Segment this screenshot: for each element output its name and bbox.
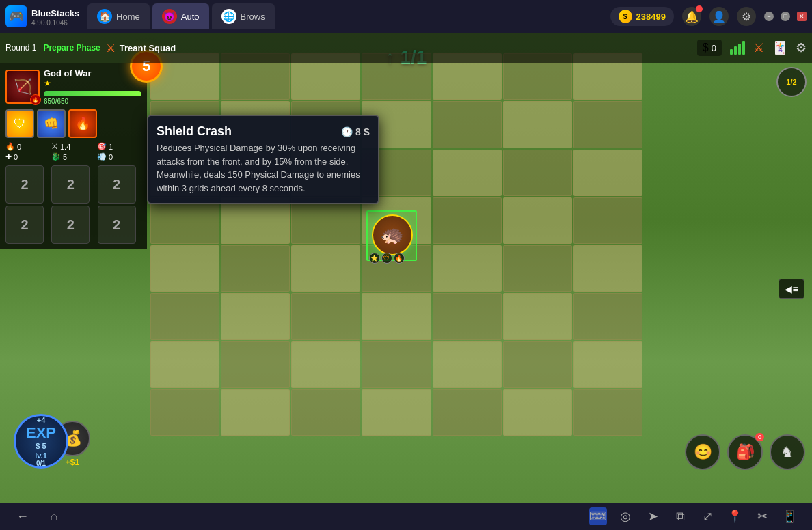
board-cell[interactable] <box>150 245 219 292</box>
board-cell[interactable] <box>573 341 642 388</box>
board-cell[interactable] <box>503 341 572 388</box>
heal-stat-val: 0 <box>14 153 18 161</box>
topbar: 🎮 BlueStacks 4.90.0.1046 🏠 Home 😈 Auto 🌐… <box>0 0 812 33</box>
multi-window-button[interactable]: ⧉ <box>671 507 689 525</box>
board-cell[interactable] <box>503 150 572 196</box>
fullscreen-button[interactable]: ⤢ <box>699 507 716 525</box>
stat-heal: ✚ 0 <box>5 152 50 161</box>
board-cell[interactable] <box>573 245 642 292</box>
board-cell[interactable] <box>433 341 502 388</box>
mobile-button[interactable]: 📱 <box>781 507 798 525</box>
exp-level: lv.1 <box>35 451 47 460</box>
tab-home[interactable]: 🏠 Home <box>87 3 150 29</box>
fire-stat-val: 0 <box>17 143 21 151</box>
board-cell[interactable] <box>291 245 360 292</box>
hp-fill <box>44 91 141 96</box>
collapse-button[interactable]: ◀≡ <box>779 279 804 299</box>
heal-stat-icon: ✚ <box>5 152 12 161</box>
tab-bar: 🏠 Home 😈 Auto 🌐 Brows <box>87 3 610 29</box>
board-cell[interactable] <box>433 101 502 148</box>
cursor-button[interactable]: ➤ <box>644 507 662 525</box>
exp-button[interactable]: +4 EXP $ 5 lv.1 0/1 <box>14 414 68 469</box>
equip-slot-5[interactable]: 2 <box>51 206 90 244</box>
equip-slot-6[interactable]: 2 <box>98 206 136 244</box>
phase-label: Prepare Phase <box>43 43 100 53</box>
equip-slot-1[interactable]: 2 <box>5 165 44 204</box>
equip-slot-4[interactable]: 2 <box>5 206 44 244</box>
board-character[interactable]: 🦔 ⭐ 🛡 🔥 <box>366 210 407 264</box>
attack-stat-icon: ⚔ <box>51 142 58 151</box>
home-button[interactable]: ⌂ <box>45 507 63 525</box>
board-cell[interactable] <box>433 197 502 244</box>
keyboard-button[interactable]: ⌨ <box>589 507 607 525</box>
browser-tab-icon: 🌐 <box>221 9 236 24</box>
close-button[interactable]: ✕ <box>797 12 807 21</box>
board-cell[interactable] <box>150 341 219 388</box>
board-cell[interactable] <box>291 389 360 436</box>
board-cell[interactable] <box>362 293 431 339</box>
exp-cost: $ 5 <box>36 442 46 450</box>
board-cell[interactable] <box>291 341 360 388</box>
dragon-stat-icon: 🐉 <box>51 152 61 161</box>
board-cell[interactable] <box>362 341 431 388</box>
board-cell[interactable] <box>362 389 431 436</box>
character-info: God of War ★ 650/650 <box>44 68 141 105</box>
game-settings-icon[interactable]: ⚙ <box>796 40 807 55</box>
ability-fist[interactable]: 👊 <box>37 109 66 138</box>
board-cell[interactable] <box>503 197 572 244</box>
window-controls: − □ ✕ <box>764 12 807 21</box>
topbar-right: $ 238499 🔔 👤 ⚙ − □ ✕ <box>610 7 807 26</box>
minimize-button[interactable]: − <box>764 12 774 21</box>
ability-flame[interactable]: 🔥 <box>68 109 97 138</box>
camera-button[interactable]: ◎ <box>617 507 634 525</box>
profile-button[interactable]: 👤 <box>709 7 729 26</box>
board-cell[interactable] <box>221 341 290 388</box>
location-button[interactable]: 📍 <box>726 507 744 525</box>
back-button[interactable]: ← <box>14 507 31 525</box>
board-cell[interactable] <box>221 293 290 339</box>
board-cell[interactable] <box>291 293 360 339</box>
tab-browser[interactable]: 🌐 Brows <box>212 3 275 29</box>
board-cell[interactable] <box>433 245 502 292</box>
round-label: Round 1 <box>5 43 36 53</box>
lives-value: 1/2 <box>786 78 796 86</box>
attack-stat-val: 1.4 <box>60 143 70 151</box>
game-board[interactable]: 🦔 ⭐ 🛡 🔥 <box>150 53 642 436</box>
exp-progress: 0/1 <box>36 460 46 467</box>
equip-slot-2[interactable]: 2 <box>51 165 90 204</box>
tooltip-title-text: Shield Crash <box>157 124 232 139</box>
stat-fire: 🔥 0 <box>5 142 50 151</box>
board-cell[interactable] <box>503 245 572 292</box>
ability-shield[interactable]: 🛡 <box>5 109 34 138</box>
equip-slot-3[interactable]: 2 <box>98 165 136 204</box>
maximize-button[interactable]: □ <box>781 12 790 21</box>
timer-icon: 🕐 <box>341 126 353 137</box>
board-cell[interactable] <box>573 293 642 339</box>
board-cell[interactable] <box>573 197 642 244</box>
board-cell[interactable] <box>433 389 502 436</box>
settings-button[interactable]: ⚙ <box>737 7 756 26</box>
board-cell[interactable] <box>503 293 572 339</box>
bag-button[interactable]: 🎒 0 <box>727 434 763 470</box>
char-icon-flame: 🔥 <box>394 253 405 264</box>
chess-plus-button[interactable]: ♞ <box>770 434 805 470</box>
board-cell[interactable] <box>433 293 502 339</box>
board-cell[interactable] <box>573 150 642 196</box>
exp-label: EXP <box>26 424 56 442</box>
board-cell[interactable] <box>503 101 572 148</box>
bell-button[interactable]: 🔔 <box>682 7 701 26</box>
tab-auto[interactable]: 😈 Auto <box>152 3 209 29</box>
scissors-button[interactable]: ✂ <box>753 507 771 525</box>
board-cell[interactable] <box>433 150 502 196</box>
board-cell[interactable] <box>573 389 642 436</box>
board-cell[interactable] <box>150 389 219 436</box>
bar1 <box>730 49 733 55</box>
board-cell[interactable] <box>150 293 219 339</box>
equipment-grid: 2 2 2 2 2 2 <box>5 165 141 244</box>
smiley-button[interactable]: 😊 <box>685 434 720 470</box>
board-cell[interactable] <box>573 101 642 148</box>
board-cell[interactable] <box>221 245 290 292</box>
browser-tab-label: Brows <box>241 12 265 22</box>
board-cell[interactable] <box>503 389 572 436</box>
board-cell[interactable] <box>221 389 290 436</box>
